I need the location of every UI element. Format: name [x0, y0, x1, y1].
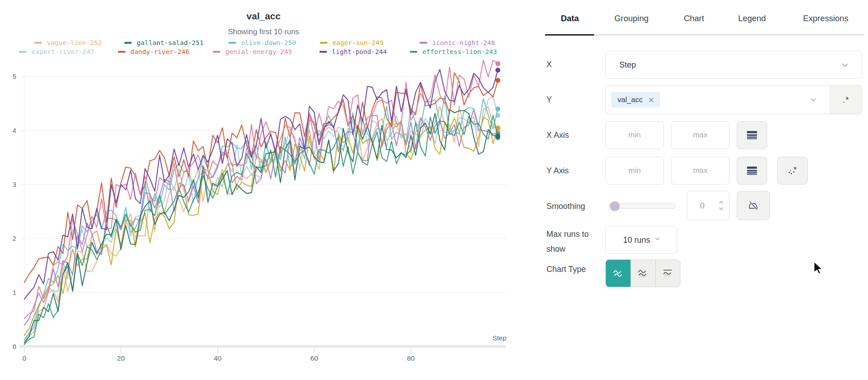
x-axis-label: X Axis: [546, 131, 569, 140]
y-row-label: Y: [546, 95, 552, 104]
chevron-down-icon: [842, 63, 848, 67]
svg-text:60: 60: [310, 354, 318, 362]
y-metric-select[interactable]: val_acc .*: [605, 85, 862, 114]
y-regex-button[interactable]: .*: [830, 86, 862, 114]
ignore-outliers-icon: [787, 166, 798, 176]
disable-smoothing-button[interactable]: [737, 191, 770, 220]
max-runs-label-line2: show: [546, 242, 605, 257]
smoothing-slider-thumb[interactable]: [610, 201, 620, 211]
smoothing-value-field[interactable]: [687, 191, 729, 220]
x-metric-value: Step: [619, 60, 636, 70]
max-runs-value: 10 runs: [623, 235, 650, 245]
svg-text:1: 1: [13, 289, 16, 296]
x-axis-min-field[interactable]: [605, 121, 664, 149]
tab-grouping[interactable]: Grouping: [614, 14, 649, 23]
area-chart-icon: [637, 267, 649, 279]
remove-tag-icon[interactable]: [649, 97, 654, 103]
svg-text:80: 80: [407, 354, 415, 362]
chart-type-label: Chart Type: [546, 265, 586, 274]
svg-text:40: 40: [214, 354, 222, 362]
log-scale-icon: [747, 167, 757, 175]
tab-expressions[interactable]: Expressions: [803, 14, 849, 23]
y-axis-max-field[interactable]: [671, 157, 729, 185]
svg-text:20: 20: [117, 354, 125, 362]
line-plot[interactable]: 020406080012345Step: [0, 0, 531, 380]
y-metric-tag[interactable]: val_acc: [611, 92, 660, 108]
ignore-outliers-button[interactable]: [777, 157, 808, 185]
y-axis-label: Y Axis: [546, 166, 569, 176]
chart-type-button-group: [605, 259, 680, 287]
tabs-underline-active: [545, 34, 594, 36]
chart-type-line-button[interactable]: [606, 260, 631, 287]
mouse-cursor: [812, 261, 824, 275]
svg-text:4: 4: [13, 127, 16, 134]
stepper-arrows-icon[interactable]: [719, 200, 724, 211]
y-metric-tag-label: val_acc: [617, 95, 643, 104]
svg-text:5: 5: [13, 73, 16, 80]
y-axis-log-scale-button[interactable]: [737, 157, 767, 185]
y-axis-max-input[interactable]: [671, 157, 729, 184]
tab-legend[interactable]: Legend: [738, 14, 766, 23]
minmax-band-icon: [662, 267, 674, 279]
tab-chart[interactable]: Chart: [684, 14, 704, 23]
y-axis-min-input[interactable]: [606, 157, 663, 184]
chart-type-minmax-button[interactable]: [655, 260, 680, 287]
svg-text:3: 3: [13, 181, 16, 188]
svg-text:2: 2: [13, 235, 16, 242]
chart-editor-screen: val_acc Showing first 10 runs vague-lion…: [0, 0, 868, 380]
chevron-down-icon: [655, 237, 660, 240]
line-chart-icon: [612, 267, 625, 279]
run-chart-panel: val_acc Showing first 10 runs vague-lion…: [0, 0, 531, 380]
log-scale-icon: [747, 131, 757, 140]
max-runs-select[interactable]: 10 runs: [605, 226, 677, 254]
max-runs-label-line1: Max runs to: [546, 227, 605, 242]
svg-text:0: 0: [22, 354, 27, 362]
chevron-down-icon: [810, 98, 816, 102]
x-axis-max-field[interactable]: [671, 121, 729, 149]
svg-text:0: 0: [13, 343, 16, 350]
y-axis-min-field[interactable]: [605, 157, 664, 185]
x-metric-select[interactable]: Step: [605, 51, 862, 79]
x-axis-max-input[interactable]: [671, 122, 729, 149]
tab-data[interactable]: Data: [561, 14, 579, 23]
x-axis-min-input[interactable]: [606, 122, 663, 149]
no-smoothing-iron-icon: [747, 200, 759, 212]
max-runs-label: Max runs to show: [546, 227, 605, 257]
x-axis-log-scale-button[interactable]: [737, 121, 767, 149]
x-row-label: X: [546, 60, 552, 69]
chart-type-area-button[interactable]: [631, 260, 655, 287]
svg-text:Step: Step: [492, 334, 506, 342]
smoothing-label: Smoothing: [546, 202, 585, 211]
